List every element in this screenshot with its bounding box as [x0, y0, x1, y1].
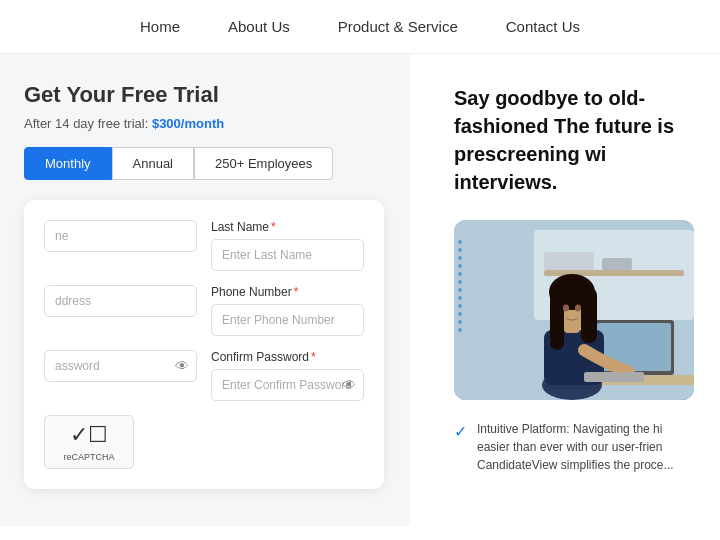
phone-label: Phone Number* — [211, 285, 364, 299]
confirm-password-label: Confirm Password* — [211, 350, 364, 364]
svg-point-17 — [563, 305, 569, 312]
hero-svg — [454, 220, 694, 400]
nav-contact[interactable]: Contact Us — [506, 18, 580, 35]
hero-image — [454, 220, 694, 400]
feature-text: Intuitive Platform: Navigating the hi ea… — [477, 420, 696, 474]
last-name-input[interactable] — [211, 239, 364, 271]
trial-price: $300/month — [152, 116, 224, 131]
nav-about[interactable]: About Us — [228, 18, 290, 35]
form-row-password: 👁 Confirm Password* 👁 — [44, 350, 364, 401]
photo-inner — [454, 220, 694, 400]
main-layout: Get Your Free Trial After 14 day free tr… — [0, 54, 720, 526]
email-group — [44, 285, 197, 336]
trial-title: Get Your Free Trial — [24, 82, 410, 108]
dot-decoration — [458, 240, 462, 390]
last-name-group: Last Name* — [211, 220, 364, 271]
svg-rect-3 — [544, 252, 594, 270]
pricing-tabs: Monthly Annual 250+ Employees — [24, 147, 410, 180]
svg-rect-19 — [584, 372, 644, 382]
email-input[interactable] — [44, 285, 197, 317]
nav-product[interactable]: Product & Service — [338, 18, 458, 35]
form-row-email-phone: Phone Number* — [44, 285, 364, 336]
right-title: Say goodbye to old-fashioned The future … — [454, 84, 696, 196]
signup-form: Last Name* Phone Number* — [24, 200, 384, 489]
tab-annual[interactable]: Annual — [112, 147, 194, 180]
confirm-password-group: Confirm Password* 👁 — [211, 350, 364, 401]
left-panel: Get Your Free Trial After 14 day free tr… — [0, 54, 410, 526]
recaptcha-icon: ✓☐ — [70, 422, 108, 448]
recaptcha-label: reCAPTCHA — [63, 452, 114, 462]
confirm-password-eye-icon[interactable]: 👁 — [342, 377, 356, 393]
svg-rect-16 — [581, 288, 597, 343]
right-panel: Say goodbye to old-fashioned The future … — [410, 54, 720, 526]
navbar: Home About Us Product & Service Contact … — [0, 0, 720, 54]
trial-subtitle: After 14 day free trial: $300/month — [24, 116, 410, 131]
form-row-name: Last Name* — [44, 220, 364, 271]
check-icon: ✓ — [454, 422, 467, 441]
nav-home[interactable]: Home — [140, 18, 180, 35]
last-name-label: Last Name* — [211, 220, 364, 234]
tab-employees[interactable]: 250+ Employees — [194, 147, 333, 180]
password-eye-icon[interactable]: 👁 — [175, 358, 189, 374]
phone-group: Phone Number* — [211, 285, 364, 336]
svg-rect-4 — [602, 258, 632, 270]
svg-rect-15 — [550, 290, 564, 350]
feature-item: ✓ Intuitive Platform: Navigating the hi … — [454, 420, 696, 474]
password-group: 👁 — [44, 350, 197, 401]
svg-point-18 — [575, 305, 581, 312]
recaptcha-box[interactable]: ✓☐ reCAPTCHA — [44, 415, 134, 469]
first-name-group — [44, 220, 197, 271]
phone-input[interactable] — [211, 304, 364, 336]
tab-monthly[interactable]: Monthly — [24, 147, 112, 180]
first-name-input[interactable] — [44, 220, 197, 252]
